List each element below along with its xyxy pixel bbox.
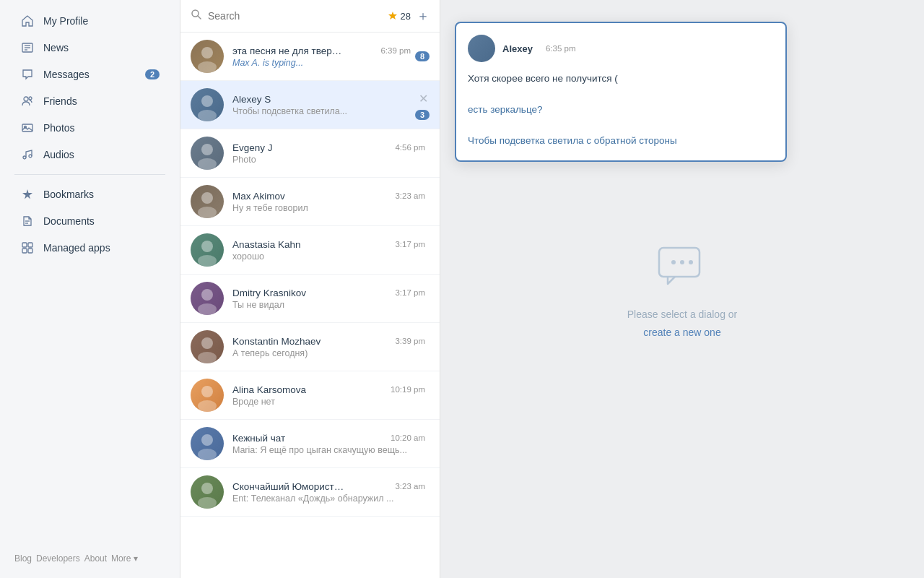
conv-close-2[interactable]: ✕	[417, 90, 430, 107]
conversation-item-1[interactable]: эта песня не для твержа...6:39 pmMax A. …	[180, 33, 440, 81]
conv-info-10: Скончайший Юмористиче...3:23 amEnt: Теле…	[232, 481, 425, 504]
conversation-item-7[interactable]: Konstantin Mozhaev3:39 pmА теперь сегодн…	[180, 323, 440, 371]
news-icon	[20, 40, 35, 55]
tooltip-header: Alexey 6:35 pm	[468, 35, 774, 62]
sidebar-item-my-profile[interactable]: My Profile	[6, 8, 174, 34]
bookmarks-icon	[20, 187, 35, 202]
conv-info-2: Alexey SЧтобы подсветка светила...	[232, 94, 411, 116]
svg-point-26	[201, 192, 213, 204]
svg-line-18	[198, 16, 201, 19]
unread-badge-2: 3	[415, 110, 430, 120]
conversation-item-8[interactable]: Alina Karsomova10:19 pmВроде нет	[180, 371, 440, 420]
conv-name-1: эта песня не для твержа...	[232, 46, 348, 56]
svg-point-32	[201, 337, 213, 349]
sidebar-item-news[interactable]: News	[6, 35, 174, 61]
svg-point-43	[689, 260, 693, 264]
conv-info-4: Max Akimov3:23 amНу я тебе говорил	[232, 191, 425, 213]
avatar-10	[191, 475, 224, 509]
sidebar-item-photos[interactable]: Photos	[6, 115, 174, 141]
sidebar-item-documents[interactable]: Documents	[6, 208, 174, 234]
svg-point-37	[198, 449, 217, 460]
svg-point-34	[201, 386, 213, 397]
sidebar-nav: My Profile News Messages 2	[0, 7, 180, 168]
conv-info-7: Konstantin Mozhaev3:39 pmА теперь сегодн…	[232, 336, 425, 358]
svg-rect-16	[28, 249, 32, 253]
conversation-item-10[interactable]: Скончайший Юмористиче...3:23 amEnt: Теле…	[180, 468, 440, 517]
svg-marker-10	[22, 189, 32, 199]
sidebar-item-managed-apps[interactable]: Managed apps	[6, 235, 174, 261]
conversation-item-6[interactable]: Dmitry Krasnikov3:17 pmТы не видал	[180, 275, 440, 323]
sidebar-label-photos: Photos	[43, 122, 160, 134]
avatar-3	[191, 137, 224, 170]
search-icon	[191, 9, 202, 23]
conv-preview-2: Чтобы подсветка светила...	[232, 106, 411, 116]
conversation-item-3[interactable]: Evgeny J4:56 pmPhoto	[180, 129, 440, 178]
tooltip-line-1: Хотя скорее всего не получится (	[468, 71, 774, 87]
sidebar-item-audios[interactable]: Audios	[6, 142, 174, 168]
svg-point-5	[29, 97, 32, 100]
sidebar-footer: Blog Developers About More ▾	[0, 546, 180, 571]
sidebar-item-messages[interactable]: Messages 2	[6, 61, 174, 87]
conv-name-3: Evgeny J	[232, 142, 273, 153]
conv-info-3: Evgeny J4:56 pmPhoto	[232, 142, 425, 165]
svg-point-24	[201, 144, 213, 155]
new-message-button[interactable]: ＋	[417, 7, 430, 25]
search-input[interactable]	[208, 10, 382, 22]
sidebar-label-friends: Friends	[43, 95, 160, 107]
home-icon	[20, 14, 35, 28]
conv-name-7: Konstantin Mozhaev	[232, 336, 321, 347]
avatar-8	[191, 379, 224, 412]
photos-icon	[20, 121, 35, 135]
conv-time-1: 6:39 pm	[380, 46, 411, 55]
svg-point-21	[198, 61, 217, 73]
sidebar-item-friends[interactable]: Friends	[6, 88, 174, 114]
footer-about[interactable]: About	[84, 553, 107, 564]
avatar-6	[191, 282, 224, 315]
svg-point-23	[198, 110, 217, 121]
conv-preview-7: А теперь сегодня)	[232, 348, 425, 358]
sidebar-label-news: News	[43, 42, 160, 53]
sidebar-item-bookmarks[interactable]: Bookmarks	[6, 181, 174, 207]
tooltip-avatar	[468, 35, 495, 62]
svg-point-20	[201, 47, 213, 59]
conversation-item-4[interactable]: Max Akimov3:23 amНу я тебе говорил	[180, 178, 440, 226]
svg-point-9	[29, 155, 32, 158]
svg-point-29	[198, 255, 217, 267]
conversation-item-5[interactable]: Anastasia Kahn3:17 pmхорошо	[180, 226, 440, 275]
avatar-1	[191, 40, 224, 73]
svg-point-41	[671, 260, 676, 264]
sidebar-label-messages: Messages	[43, 69, 145, 80]
footer-blog[interactable]: Blog	[14, 553, 32, 564]
conv-preview-4: Ну я тебе говорил	[232, 203, 425, 213]
messages-header: 28 ＋	[180, 0, 440, 33]
conversation-item-9[interactable]: Кежный чат10:20 amMaria: Я ещё про цыган…	[180, 420, 440, 468]
avatar-9	[191, 427, 224, 460]
sidebar-label-my-profile: My Profile	[43, 15, 160, 27]
conv-preview-1: Max A. is typing...	[232, 58, 411, 68]
tooltip-line-spacer	[468, 87, 774, 103]
create-new-dialog-link[interactable]: create a new one	[643, 327, 720, 338]
svg-point-4	[24, 97, 28, 101]
conv-name-5: Anastasia Kahn	[232, 239, 301, 250]
empty-chat-icon	[653, 236, 711, 294]
main-content: Alexey 6:35 pm Хотя скорее всего не полу…	[440, 0, 924, 578]
conv-name-8: Alina Karsomova	[232, 384, 306, 395]
avatar-2	[191, 88, 224, 121]
svg-point-22	[201, 95, 213, 107]
svg-rect-14	[28, 243, 32, 247]
conv-time-9: 10:20 am	[391, 434, 425, 442]
svg-rect-13	[22, 243, 27, 247]
star-favorites-button[interactable]: 28	[388, 11, 411, 22]
footer-developers[interactable]: Developers	[36, 553, 80, 564]
conv-name-4: Max Akimov	[232, 191, 285, 202]
svg-rect-40	[659, 248, 699, 277]
conversation-item-2[interactable]: Alexey SЧтобы подсветка светила...✕3	[180, 81, 440, 129]
conv-info-5: Anastasia Kahn3:17 pmхорошо	[232, 239, 425, 262]
sidebar-label-bookmarks: Bookmarks	[43, 189, 160, 200]
conv-info-1: эта песня не для твержа...6:39 pmMax A. …	[232, 46, 411, 68]
conv-preview-3: Photo	[232, 155, 425, 165]
sidebar: My Profile News Messages 2	[0, 0, 180, 578]
footer-more[interactable]: More ▾	[111, 553, 138, 564]
conv-right-2: ✕3	[415, 90, 430, 120]
svg-point-38	[201, 483, 213, 494]
